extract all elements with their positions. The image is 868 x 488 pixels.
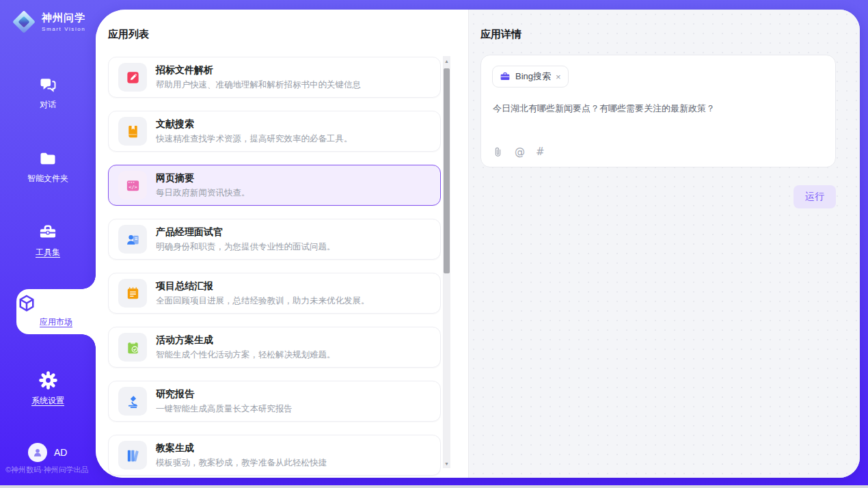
app-detail-panel: 应用详情 Bing搜索 × 今日湖北有哪些新闻要点？有哪些需要关注的最新政策？ [468,10,860,478]
books-icon [118,441,147,470]
query-text[interactable]: 今日湖北有哪些新闻要点？有哪些需要关注的最新政策？ [493,102,824,116]
app-card-literature-search[interactable]: 文献搜索 快速精准查找学术资源，提高研究效率的必备工具。 [108,111,441,152]
brand-name: 神州问学 [42,12,85,25]
sidebar-item-label: 对话 [0,99,96,111]
svg-text:</>: </> [128,184,137,189]
app-name: 文献搜索 [156,118,353,131]
sidebar-item-chat[interactable]: 对话 [0,75,96,111]
sidebar-item-toolset[interactable]: 工具集 [0,223,96,258]
sidebar-item-settings[interactable]: 系统设置 [0,370,96,407]
sidebar-item-app-market[interactable]: 应用市场 [16,289,96,334]
user-name: AD [54,447,67,458]
copyright-footer: ©神州数码·神州问学出品 [5,465,89,475]
app-card-research-report[interactable]: 研究报告 一键智能生成高质量长文本研究报告 [108,381,441,422]
sidebar-item-smart-folder[interactable]: 智能文件夹 [0,149,96,185]
at-icon[interactable]: @ [515,146,525,158]
scrollbar-down-button[interactable]: ▼ [443,459,450,468]
clipboard-check-icon [118,333,147,362]
brand-subtitle: Smart Vision [42,26,85,32]
app-card-bid-doc-parse[interactable]: 招标文件解析 帮助用户快速、准确地理解和解析招标书中的关键信息 [108,57,441,98]
app-desc: 快速精准查找学术资源，提高研究效率的必备工具。 [156,133,353,145]
gear-icon [0,370,96,390]
sidebar-item-label: 智能文件夹 [0,173,96,185]
app-card-web-summary[interactable]: </> 网页摘要 每日政府新闻资讯快查。 [108,165,441,206]
sidebar: 神州问学 Smart Vision 对话 智能文件夹 [0,0,96,488]
active-tab-curve-bottom [82,334,96,348]
cube-icon [16,293,96,314]
chat-icon [0,75,96,94]
brand-logo-icon [11,9,37,35]
active-tab-curve-top [82,275,96,289]
briefcase-icon [500,71,511,82]
brand-logo: 神州问学 Smart Vision [11,9,85,35]
app-card-project-summary[interactable]: 项目总结汇报 全面回顾项目进展，总结经验教训，助力未来优化发展。 [108,273,441,314]
bottom-edge [0,485,868,488]
scrollbar-up-button[interactable]: ▲ [443,56,450,66]
sidebar-item-label: 系统设置 [0,395,96,407]
avatar [28,443,47,462]
app-card-lesson-plan[interactable]: 教案生成 模板驱动，教案秒成，教学准备从此轻松快捷 [108,435,441,476]
app-card-pm-interviewer[interactable]: 产品经理面试官 明确身份和职责，为您提供专业性的面试问题。 [108,219,441,260]
app-desc: 模板驱动，教案秒成，教学准备从此轻松快捷 [156,457,327,469]
app-name: 研究报告 [156,388,293,401]
app-desc: 全面回顾项目进展，总结经验教训，助力未来优化发展。 [156,295,370,307]
user-account[interactable]: AD [28,443,67,462]
app-desc: 一键智能生成高质量长文本研究报告 [156,403,293,415]
app-card-event-plan[interactable]: 活动方案生成 智能生成个性化活动方案，轻松解决规划难题。 [108,327,441,368]
book-icon [118,117,147,146]
run-row: 运行 [480,185,836,208]
sidebar-item-label: 工具集 [0,247,96,258]
tool-chip-bing-search[interactable]: Bing搜索 × [492,66,569,87]
doc-edit-icon [118,63,147,92]
paperclip-icon[interactable] [492,146,504,158]
app-list-panel: 应用列表 招标文件解析 帮助用户快速、准确地理解和解析招标书中的关键信息 [96,10,468,478]
scrollbar[interactable]: ▲ ▼ [443,56,450,468]
sidebar-item-label: 应用市场 [16,316,96,328]
app-desc: 每日政府新闻资讯快查。 [156,187,250,199]
microscope-icon [118,387,147,416]
app-name: 产品经理面试官 [156,226,336,239]
main-content: 应用列表 招标文件解析 帮助用户快速、准确地理解和解析招标书中的关键信息 [96,10,860,478]
note-icon [118,279,147,308]
folder-icon [0,149,96,168]
prompt-card: Bing搜索 × 今日湖北有哪些新闻要点？有哪些需要关注的最新政策？ @ # [480,55,836,167]
app-desc: 智能生成个性化活动方案，轻松解决规划难题。 [156,349,336,361]
app-name: 招标文件解析 [156,64,361,77]
scrollbar-thumb[interactable] [444,68,450,273]
app-name: 教案生成 [156,442,327,455]
app-name: 项目总结汇报 [156,280,370,293]
toolbox-icon [0,223,96,242]
hash-icon[interactable]: # [536,146,545,158]
app-desc: 明确身份和职责，为您提供专业性的面试问题。 [156,241,336,253]
app-name: 活动方案生成 [156,334,336,347]
browser-code-icon: </> [118,171,147,200]
attachment-toolbar: @ # [492,146,545,158]
interviewer-icon [118,225,147,254]
app-desc: 帮助用户快速、准确地理解和解析招标书中的关键信息 [156,79,361,91]
tool-chip-label: Bing搜索 [515,70,551,83]
app-detail-title: 应用详情 [480,28,521,41]
app-name: 网页摘要 [156,172,250,185]
app-list: 招标文件解析 帮助用户快速、准确地理解和解析招标书中的关键信息 文献搜索 快速精… [108,57,441,478]
close-icon[interactable]: × [556,72,561,81]
app-list-title: 应用列表 [108,28,149,41]
run-button[interactable]: 运行 [794,185,836,208]
